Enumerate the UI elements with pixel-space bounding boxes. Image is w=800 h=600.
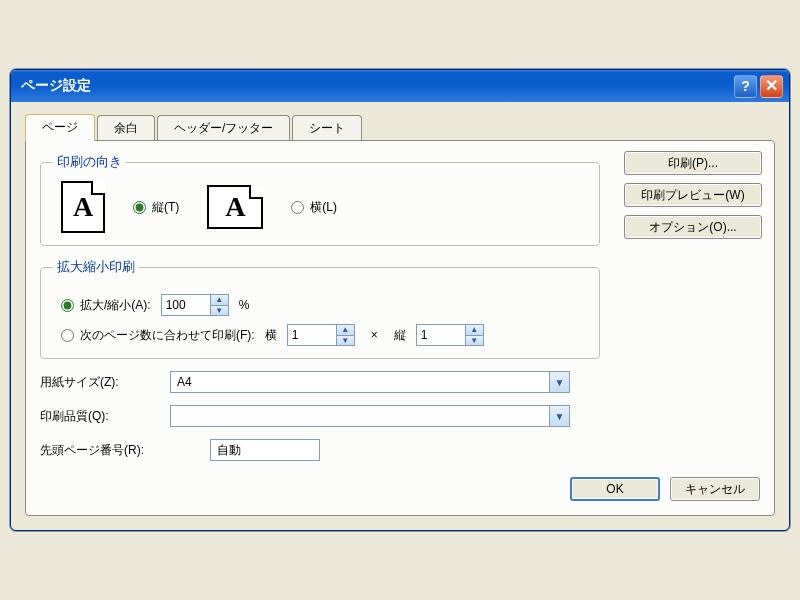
portrait-radio-input[interactable] (133, 201, 146, 214)
orientation-group: 印刷の向き A 縦(T) A 横(L) (40, 153, 600, 246)
tab-strip: ページ 余白 ヘッダー/フッター シート (25, 114, 775, 141)
portrait-radio[interactable]: 縦(T) (133, 199, 179, 216)
spinner-arrows: ▲ ▼ (210, 295, 228, 315)
first-page-row: 先頭ページ番号(R): (40, 439, 600, 461)
landscape-radio-label: 横(L) (310, 199, 337, 216)
fit-to-radio-input[interactable] (61, 329, 74, 342)
adjust-to-label: 拡大/縮小(A): (80, 297, 151, 314)
options-button[interactable]: オプション(O)... (624, 215, 762, 239)
spin-up-icon[interactable]: ▲ (466, 325, 483, 336)
adjust-to-radio[interactable]: 拡大/縮小(A): (61, 297, 151, 314)
fit-tall-label: 縦 (394, 327, 406, 344)
print-button[interactable]: 印刷(P)... (624, 151, 762, 175)
spin-down-icon[interactable]: ▼ (211, 306, 228, 316)
adjust-to-radio-input[interactable] (61, 299, 74, 312)
quality-combo[interactable]: ▼ (170, 405, 570, 427)
scaling-group: 拡大縮小印刷 拡大/縮小(A): ▲ ▼ % (40, 258, 600, 359)
quality-value[interactable] (171, 409, 549, 423)
fit-to-radio[interactable]: 次のページ数に合わせて印刷(F): (61, 327, 255, 344)
spinner-arrows: ▲ ▼ (336, 325, 354, 345)
tab-label: シート (309, 121, 345, 135)
titlebar: ページ設定 ? ✕ (11, 70, 789, 102)
cancel-button[interactable]: キャンセル (670, 477, 760, 501)
first-page-input[interactable] (210, 439, 320, 461)
paper-size-value[interactable] (171, 375, 549, 389)
tab-label: ページ (42, 120, 78, 134)
scale-percent-spinner[interactable]: ▲ ▼ (161, 294, 229, 316)
landscape-radio-input[interactable] (291, 201, 304, 214)
landscape-radio[interactable]: 横(L) (291, 199, 337, 216)
tab-margins[interactable]: 余白 (97, 115, 155, 142)
tab-page[interactable]: ページ (25, 114, 95, 141)
portrait-radio-label: 縦(T) (152, 199, 179, 216)
scale-percent-input[interactable] (162, 295, 210, 315)
page-setup-dialog: ページ設定 ? ✕ ページ 余白 ヘッダー/フッター シート 印刷(P)... … (10, 69, 790, 531)
tab-header-footer[interactable]: ヘッダー/フッター (157, 115, 290, 142)
fit-tall-input[interactable] (417, 325, 465, 345)
landscape-page-icon: A (207, 185, 263, 229)
spin-up-icon[interactable]: ▲ (211, 295, 228, 306)
fit-tall-spinner[interactable]: ▲ ▼ (416, 324, 484, 346)
fit-wide-input[interactable] (288, 325, 336, 345)
percent-label: % (239, 298, 250, 312)
spinner-arrows: ▲ ▼ (465, 325, 483, 345)
side-buttons: 印刷(P)... 印刷プレビュー(W) オプション(O)... (624, 151, 762, 239)
dialog-content: ページ 余白 ヘッダー/フッター シート 印刷(P)... 印刷プレビュー(W)… (11, 102, 789, 530)
dialog-title: ページ設定 (21, 77, 91, 95)
first-page-label: 先頭ページ番号(R): (40, 442, 200, 459)
tab-label: 余白 (114, 121, 138, 135)
paper-size-combo[interactable]: ▼ (170, 371, 570, 393)
help-button[interactable]: ? (734, 75, 757, 98)
paper-size-label: 用紙サイズ(Z): (40, 374, 160, 391)
bottom-buttons: OK キャンセル (40, 477, 760, 501)
portrait-page-icon: A (61, 181, 105, 233)
close-button[interactable]: ✕ (760, 75, 783, 98)
chevron-down-icon[interactable]: ▼ (549, 372, 569, 392)
quality-label: 印刷品質(Q): (40, 408, 160, 425)
tab-sheet[interactable]: シート (292, 115, 362, 142)
tab-panel: 印刷(P)... 印刷プレビュー(W) オプション(O)... 印刷の向き A … (25, 140, 775, 516)
fit-to-label: 次のページ数に合わせて印刷(F): (80, 327, 255, 344)
scaling-legend: 拡大縮小印刷 (53, 258, 139, 276)
paper-size-row: 用紙サイズ(Z): ▼ (40, 371, 600, 393)
times-symbol: × (371, 328, 378, 342)
fit-wide-label: 横 (265, 327, 277, 344)
spin-down-icon[interactable]: ▼ (337, 336, 354, 346)
fit-wide-spinner[interactable]: ▲ ▼ (287, 324, 355, 346)
spin-down-icon[interactable]: ▼ (466, 336, 483, 346)
spin-up-icon[interactable]: ▲ (337, 325, 354, 336)
print-preview-button[interactable]: 印刷プレビュー(W) (624, 183, 762, 207)
quality-row: 印刷品質(Q): ▼ (40, 405, 600, 427)
ok-button[interactable]: OK (570, 477, 660, 501)
orientation-legend: 印刷の向き (53, 153, 126, 171)
tab-label: ヘッダー/フッター (174, 121, 273, 135)
chevron-down-icon[interactable]: ▼ (549, 406, 569, 426)
